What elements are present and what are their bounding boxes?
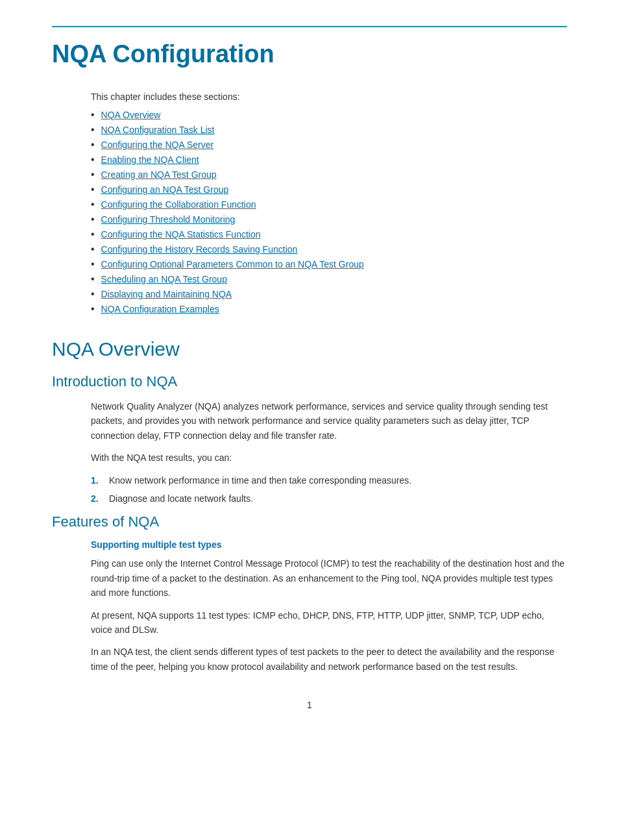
introduction-to-nqa-heading: Introduction to NQA — [52, 373, 567, 390]
toc-link-4[interactable]: Creating an NQA Test Group — [101, 169, 217, 180]
toc-link-3[interactable]: Enabling the NQA Client — [101, 154, 199, 165]
toc-link-0[interactable]: NQA Overview — [101, 110, 161, 120]
numbered-list-item-1: 2.Diagnose and locate network faults. — [91, 491, 567, 506]
toc-item: Configuring the History Records Saving F… — [91, 244, 567, 255]
list-number-0: 1. — [91, 473, 101, 488]
toc-item: Displaying and Maintaining NQA — [91, 289, 567, 300]
features-paragraph-3: In an NQA test, the client sends differe… — [91, 645, 567, 674]
toc-item: NQA Configuration Task List — [91, 125, 567, 136]
toc-link-9[interactable]: Configuring the History Records Saving F… — [101, 244, 298, 254]
toc-item: Configuring the Collaboration Function — [91, 199, 567, 210]
toc-item: Creating an NQA Test Group — [91, 169, 567, 180]
toc-item: NQA Configuration Examples — [91, 304, 567, 315]
toc-item: Configuring the NQA Statistics Function — [91, 229, 567, 240]
toc-link-7[interactable]: Configuring Threshold Monitoring — [101, 214, 236, 225]
nqa-overview-heading: NQA Overview — [52, 338, 567, 360]
toc-item: NQA Overview — [91, 110, 567, 121]
supporting-multiple-test-types-heading: Supporting multiple test types — [91, 539, 567, 550]
toc-link-1[interactable]: NQA Configuration Task List — [101, 125, 215, 135]
toc-link-5[interactable]: Configuring an NQA Test Group — [101, 184, 229, 195]
top-divider-line — [52, 26, 567, 27]
list-text-0: Know network performance in time and the… — [109, 473, 411, 488]
toc-item: Scheduling an NQA Test Group — [91, 274, 567, 285]
toc-item: Configuring an NQA Test Group — [91, 184, 567, 195]
table-of-contents: NQA OverviewNQA Configuration Task ListC… — [91, 110, 567, 315]
page-container: NQA Configuration This chapter includes … — [0, 0, 619, 749]
toc-link-8[interactable]: Configuring the NQA Statistics Function — [101, 229, 261, 240]
toc-link-10[interactable]: Configuring Optional Parameters Common t… — [101, 259, 364, 269]
list-number-1: 2. — [91, 491, 101, 506]
nqa-results-list: 1.Know network performance in time and t… — [91, 473, 567, 506]
features-paragraph-1: Ping can use only the Internet Control M… — [91, 556, 567, 600]
toc-item: Configuring Threshold Monitoring — [91, 214, 567, 225]
toc-link-6[interactable]: Configuring the Collaboration Function — [101, 199, 256, 210]
page-number: 1 — [52, 700, 567, 710]
toc-item: Configuring Optional Parameters Common t… — [91, 259, 567, 270]
toc-item: Configuring the NQA Server — [91, 140, 567, 151]
intro-paragraph-1: Network Quality Analyzer (NQA) analyzes … — [91, 399, 567, 443]
toc-link-2[interactable]: Configuring the NQA Server — [101, 140, 214, 150]
numbered-list-item-0: 1.Know network performance in time and t… — [91, 473, 567, 488]
features-paragraph-2: At present, NQA supports 11 test types: … — [91, 608, 567, 637]
toc-link-11[interactable]: Scheduling an NQA Test Group — [101, 274, 227, 284]
toc-item: Enabling the NQA Client — [91, 154, 567, 166]
list-text-1: Diagnose and locate network faults. — [109, 491, 253, 506]
toc-link-13[interactable]: NQA Configuration Examples — [101, 304, 219, 314]
intro-text: This chapter includes these sections: — [91, 92, 567, 102]
intro-paragraph-2: With the NQA test results, you can: — [91, 451, 567, 465]
features-of-nqa-heading: Features of NQA — [52, 513, 567, 530]
features-content: Supporting multiple test types Ping can … — [91, 539, 567, 674]
page-title: NQA Configuration — [52, 40, 567, 68]
toc-link-12[interactable]: Displaying and Maintaining NQA — [101, 289, 232, 299]
